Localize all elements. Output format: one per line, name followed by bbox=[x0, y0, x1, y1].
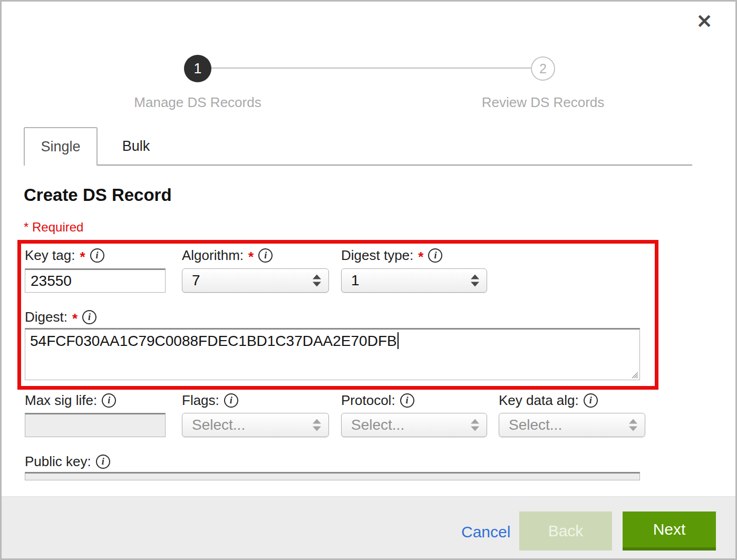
stepper-step-2-circle: 2 bbox=[531, 56, 555, 81]
next-button[interactable]: Next bbox=[623, 511, 716, 551]
protocol-label: Protocol: i bbox=[341, 392, 414, 408]
info-icon[interactable]: i bbox=[96, 455, 110, 469]
select-arrows-icon bbox=[471, 275, 479, 287]
required-note: * Required bbox=[24, 220, 83, 235]
algorithm-label: Algorithm: * i bbox=[182, 247, 273, 263]
modal-footer: Cancel Back Next bbox=[2, 496, 735, 558]
flags-label: Flags: i bbox=[182, 392, 238, 408]
required-asterisk: * bbox=[72, 311, 77, 327]
max-sig-life-label-text: Max sig life: bbox=[25, 392, 97, 409]
digest-textarea[interactable]: 54FCF030AA1C79C0088FDEC1BD1C37DAA2E70DFB bbox=[25, 328, 640, 380]
protocol-select[interactable]: Select... bbox=[341, 413, 487, 437]
info-icon[interactable]: i bbox=[102, 393, 116, 408]
stepper-step-2-label: Review DS Records bbox=[432, 94, 654, 111]
digest-type-select[interactable]: 1 bbox=[341, 268, 487, 293]
required-asterisk: * bbox=[418, 249, 423, 265]
flags-select-value: Select... bbox=[192, 417, 245, 433]
stepper-connector-line bbox=[210, 67, 533, 69]
algorithm-select-value: 7 bbox=[192, 272, 200, 289]
required-asterisk: * bbox=[80, 249, 85, 265]
info-icon[interactable]: i bbox=[428, 248, 442, 263]
digest-label-text: Digest: bbox=[25, 309, 67, 325]
tab-underline bbox=[96, 165, 692, 166]
max-sig-life-input[interactable] bbox=[25, 413, 166, 437]
flags-select[interactable]: Select... bbox=[182, 413, 329, 437]
create-ds-record-modal: ✕ 1 2 Manage DS Records Review DS Record… bbox=[0, 0, 737, 560]
public-key-label: Public key: i bbox=[25, 453, 110, 469]
page-title: Create DS Record bbox=[24, 185, 172, 205]
public-key-label-text: Public key: bbox=[25, 453, 91, 470]
cancel-link[interactable]: Cancel bbox=[461, 523, 510, 541]
back-button[interactable]: Back bbox=[519, 511, 612, 551]
select-arrows-icon bbox=[313, 275, 321, 287]
key-tag-label: Key tag: * i bbox=[25, 247, 104, 263]
key-tag-input[interactable] bbox=[25, 268, 166, 293]
required-asterisk: * bbox=[248, 249, 254, 265]
info-icon[interactable]: i bbox=[584, 393, 598, 408]
algorithm-select[interactable]: 7 bbox=[182, 268, 329, 293]
select-arrows-icon bbox=[629, 419, 637, 431]
digest-value: 54FCF030AA1C79C0088FDEC1BD1C37DAA2E70DFB bbox=[30, 333, 397, 349]
key-data-alg-label-text: Key data alg: bbox=[499, 392, 579, 409]
key-data-alg-label: Key data alg: i bbox=[499, 392, 598, 408]
protocol-label-text: Protocol: bbox=[341, 392, 395, 409]
flags-label-text: Flags: bbox=[182, 392, 219, 409]
digest-type-label-text: Digest type: bbox=[341, 247, 413, 264]
close-icon[interactable]: ✕ bbox=[696, 12, 712, 31]
max-sig-life-label: Max sig life: i bbox=[25, 392, 116, 408]
info-icon[interactable]: i bbox=[90, 248, 104, 263]
public-key-textarea[interactable] bbox=[25, 472, 640, 480]
select-arrows-icon bbox=[471, 419, 479, 431]
info-icon[interactable]: i bbox=[258, 248, 273, 263]
key-tag-label-text: Key tag: bbox=[25, 247, 75, 264]
key-data-alg-select-value: Select... bbox=[509, 417, 562, 433]
resize-grip-icon[interactable] bbox=[630, 370, 638, 379]
algorithm-label-text: Algorithm: bbox=[182, 247, 244, 264]
protocol-select-value: Select... bbox=[351, 417, 404, 433]
digest-type-label: Digest type: * i bbox=[341, 247, 442, 263]
stepper-step-1-label: Manage DS Records bbox=[87, 94, 308, 111]
tab-bulk[interactable]: Bulk bbox=[98, 127, 174, 166]
stepper-step-1-circle: 1 bbox=[184, 55, 211, 82]
select-arrows-icon bbox=[313, 419, 321, 431]
key-data-alg-select[interactable]: Select... bbox=[499, 413, 645, 437]
digest-label: Digest: * i bbox=[25, 309, 96, 325]
info-icon[interactable]: i bbox=[82, 310, 96, 324]
info-icon[interactable]: i bbox=[400, 393, 414, 408]
text-caret bbox=[397, 332, 399, 349]
digest-type-select-value: 1 bbox=[351, 272, 360, 289]
tab-single[interactable]: Single bbox=[24, 127, 98, 166]
info-icon[interactable]: i bbox=[224, 393, 238, 408]
